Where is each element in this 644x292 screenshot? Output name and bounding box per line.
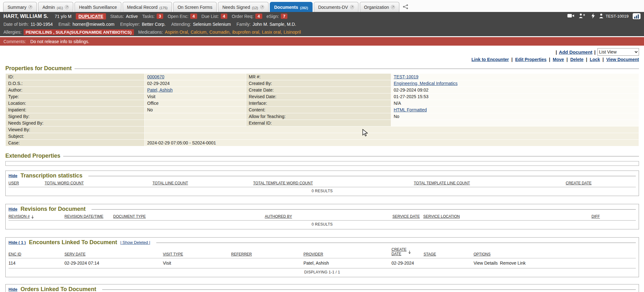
order-req-badge[interactable]: 4 <box>255 14 262 19</box>
tab-documents[interactable]: Documents (282) <box>270 2 313 12</box>
col-header-service-location[interactable]: SERVICE LOCATION <box>423 213 591 221</box>
col-header-visit-type[interactable]: VISIT TYPE <box>163 247 231 258</box>
col-header-authored-by[interactable]: AUTHORED BY <box>265 213 392 221</box>
add-user-icon[interactable] <box>578 13 585 19</box>
content-format-link[interactable]: HTML Formatted <box>394 107 427 112</box>
col-header-provider[interactable]: PROVIDER <box>303 247 391 258</box>
view-document-link[interactable]: View Document <box>606 57 639 62</box>
revisions-section: Hide Revisions for Document REVISION # R… <box>5 204 639 229</box>
mr-number-link[interactable]: TEST-10019 <box>394 74 419 79</box>
view-select[interactable]: List View <box>597 48 639 56</box>
medication-link[interactable]: Aspirin Oral, <box>165 30 189 35</box>
user-id[interactable]: TEST-10019 <box>606 14 629 19</box>
tab-on-screen-forms[interactable]: On Screen Forms <box>173 2 217 12</box>
prop-label: Interface: <box>246 100 391 106</box>
table-header-row: USER TOTAL WORD COUNT TOTAL LINE COUNT T… <box>8 180 636 187</box>
document-id-link[interactable]: 0000670 <box>147 74 164 79</box>
popout-icon[interactable] <box>28 5 32 9</box>
col-header-revision-number[interactable]: REVISION # <box>8 213 64 221</box>
medication-link[interactable]: Lisinopril <box>284 30 301 35</box>
main-content: | Add Document | List View Link to Encou… <box>0 46 644 292</box>
attending-group: Attending: Selenium Selenium <box>171 22 231 27</box>
author-link[interactable]: Patel, Ashish <box>147 87 173 93</box>
hide-link[interactable]: Hide <box>8 173 17 178</box>
col-header-enc-id[interactable]: ENC ID <box>8 247 64 258</box>
tab-health-surveillance[interactable]: Health Surveillance <box>75 2 121 12</box>
popout-icon[interactable] <box>391 5 395 9</box>
share-icon[interactable] <box>402 4 409 9</box>
tab-count: (282) <box>300 6 308 10</box>
prop-label: Signed By: <box>6 113 144 120</box>
link-to-encounter-link[interactable]: Link to Encounter <box>471 57 509 62</box>
col-header-total-line-count[interactable]: TOTAL LINE COUNT <box>153 180 253 187</box>
prop-value: No <box>145 107 246 113</box>
col-header-options[interactable]: OPTIONS <box>474 247 636 258</box>
add-document-link[interactable]: Add Document <box>559 49 592 55</box>
show-deleted-link[interactable]: | Show Deleted | <box>120 240 150 245</box>
tab-medical-record[interactable]: Medical Record (175) <box>123 2 172 12</box>
patient-name[interactable]: HART, WILLIAM S. <box>3 14 48 19</box>
section-title: Extended Properties <box>5 153 60 159</box>
medication-link[interactable]: ibuprofen oral, <box>232 30 260 35</box>
sort-icon[interactable] <box>408 250 411 254</box>
options-cell: View DetailsRemove Link <box>474 258 636 268</box>
tab-bar: Summary Admin (41) Health Surveillance M… <box>0 0 644 12</box>
col-header-create-date[interactable]: CREATEDATE <box>391 247 424 258</box>
hide-link[interactable]: Hide ( 1 ) <box>8 240 26 245</box>
col-header-create-date[interactable]: CREATE DATE <box>566 180 636 187</box>
medication-link[interactable]: Coumadin, <box>209 30 231 35</box>
col-header-total-word-count[interactable]: TOTAL WORD COUNT <box>45 180 153 187</box>
tab-needs-signed[interactable]: Needs Signed (12) <box>218 2 269 12</box>
col-header-revision-datetime[interactable]: REVISION DATE/TIME <box>64 213 113 221</box>
tab-documents-dv[interactable]: Documents-DV <box>314 2 358 12</box>
remove-link-link[interactable]: Remove Link <box>500 261 526 266</box>
duplicate-flag[interactable]: DUPLICATE <box>76 13 106 20</box>
popout-icon[interactable] <box>260 5 264 9</box>
view-details-link[interactable]: View Details <box>474 261 498 266</box>
move-link[interactable]: Move <box>553 57 564 62</box>
allergy-list[interactable]: PENICILLINS , SULFA(SULFONAMIDE ANTIBIOT… <box>24 29 134 35</box>
col-header-user[interactable]: USER <box>8 180 45 187</box>
table-row: D.O.S.: 02-29-2024 Created By: Engineeri… <box>6 80 639 87</box>
popout-icon[interactable] <box>65 5 69 9</box>
divider <box>102 289 636 290</box>
col-header-document-type[interactable]: DOCUMENT TYPE <box>113 213 265 221</box>
col-header-total-template-word-count[interactable]: TOTAL TEMPLATE WORD COUNT <box>253 180 414 187</box>
tab-admin[interactable]: Admin (41) <box>38 2 73 12</box>
created-by-link[interactable]: Engineering, Medical Informatics <box>394 81 458 86</box>
section-title-row: Hide Revisions for Document <box>8 206 636 212</box>
tab-organization[interactable]: Organization <box>360 2 399 12</box>
col-header-total-template-line-count[interactable]: TOTAL TEMPLATE LINE COUNT <box>414 180 566 187</box>
due-list-badge[interactable]: 4 <box>221 14 227 19</box>
medication-link[interactable]: Lasix oral, <box>262 30 282 35</box>
prop-label: D.O.S.: <box>6 80 144 87</box>
referrer-cell <box>231 258 303 268</box>
esign-badge[interactable]: 7 <box>281 14 287 19</box>
col-header-diff[interactable]: DIFF <box>591 213 636 221</box>
email-value[interactable]: horner@mieweb.com <box>73 22 114 27</box>
col-header-stage[interactable]: STAGE <box>424 247 474 258</box>
medication-link[interactable]: Calcium, <box>191 30 208 35</box>
family-value: John M. Sample, M.D. <box>253 22 296 27</box>
lightning-icon[interactable] <box>591 13 595 20</box>
video-camera-icon[interactable] <box>567 14 574 19</box>
chart-icon[interactable] <box>633 13 641 19</box>
lock-link[interactable]: Lock <box>590 57 600 62</box>
tasks-badge[interactable]: 3 <box>157 14 163 19</box>
extended-properties-collapsed-box[interactable] <box>5 161 639 166</box>
tab-summary[interactable]: Summary <box>3 2 37 12</box>
col-header-referrer[interactable]: REFERRER <box>231 247 303 258</box>
col-header-serv-date[interactable]: SERV DATE <box>64 247 163 258</box>
prop-label: MR #: <box>246 74 391 80</box>
delete-link[interactable]: Delete <box>570 57 583 62</box>
document-actions: Link to Encounter | Edit Properties | Mo… <box>5 57 639 62</box>
comments-label: Comments: <box>3 39 26 44</box>
edit-properties-link[interactable]: Edit Properties <box>515 57 547 62</box>
col-header-service-date[interactable]: SERVICE DATE <box>392 213 423 221</box>
sort-icon[interactable] <box>31 215 34 219</box>
open-enc-badge[interactable]: 4 <box>190 14 197 19</box>
popout-icon[interactable] <box>350 5 354 9</box>
hide-link[interactable]: Hide <box>8 287 17 292</box>
prop-value: N/A <box>391 100 639 106</box>
hide-link[interactable]: Hide <box>8 207 17 211</box>
